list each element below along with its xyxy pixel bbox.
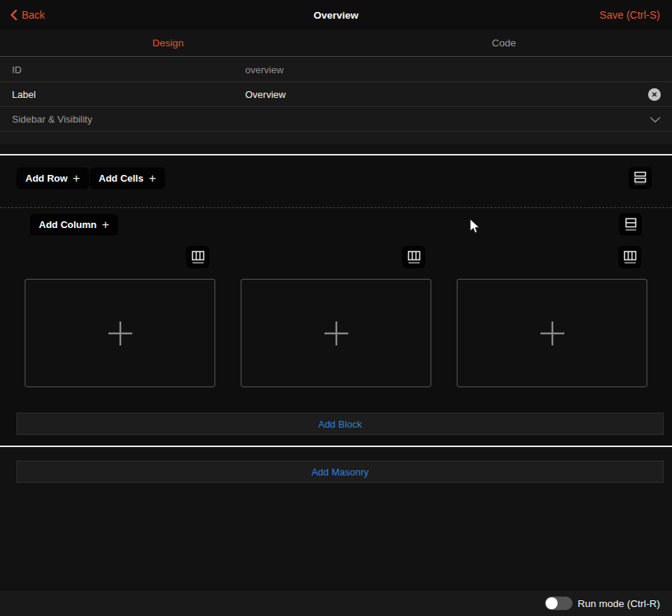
add-cells-label: Add Cells <box>99 173 144 184</box>
sidebar-visibility-label: Sidebar & Visibility <box>12 114 92 125</box>
add-row-label: Add Row <box>25 173 67 184</box>
id-field-label: ID <box>12 64 22 76</box>
section-sidebar-visibility[interactable]: Sidebar & Visibility <box>0 107 672 132</box>
column-settings-button-3[interactable] <box>618 246 641 268</box>
add-block-button[interactable]: Add Block <box>16 413 664 435</box>
widget-placeholder-3[interactable] <box>457 279 647 387</box>
stacked-rows-icon <box>633 171 647 185</box>
split-row-icon <box>623 218 638 232</box>
plus-icon: + <box>149 172 156 185</box>
plus-icon <box>324 321 349 346</box>
widget-placeholder-2[interactable] <box>241 279 431 387</box>
row-layout-button[interactable] <box>629 167 652 189</box>
widget-placeholder-1[interactable] <box>25 279 215 387</box>
page-properties-form: ID overview Label Overview ✕ Sidebar & V… <box>0 58 672 144</box>
save-button[interactable]: Save (Ctrl-S) <box>599 0 660 30</box>
add-row-button[interactable]: Add Row + <box>16 167 89 189</box>
run-mode-label: Run mode (Ctrl-R) <box>578 590 660 616</box>
add-cells-button[interactable]: Add Cells + <box>90 167 165 189</box>
row-toolbar: Add Row + Add Cells + <box>0 155 672 208</box>
chevron-down-icon <box>650 117 661 123</box>
add-column-label: Add Column <box>39 219 96 230</box>
add-masonry-label: Add Masonry <box>312 466 369 478</box>
dashboard-page-editor: Back Overview Save (Ctrl-S) Design Code … <box>0 0 672 616</box>
column-settings-button-2[interactable] <box>402 246 425 268</box>
page-title: Overview <box>0 0 672 30</box>
column-canvas: Add Column + <box>0 209 672 446</box>
add-column-button[interactable]: Add Column + <box>30 214 118 235</box>
id-field-value[interactable]: overview <box>245 64 283 76</box>
three-columns-icon <box>623 250 638 265</box>
column-settings-button-1[interactable] <box>186 246 209 268</box>
run-mode-toggle[interactable] <box>545 597 573 610</box>
toggle-knob <box>546 597 558 609</box>
plus-icon: + <box>73 172 80 185</box>
add-block-label: Add Block <box>318 419 363 430</box>
section-divider <box>0 446 672 447</box>
three-columns-icon <box>191 250 206 265</box>
plus-icon: + <box>102 218 109 231</box>
row-settings-button[interactable] <box>619 213 642 235</box>
clear-field-icon[interactable]: ✕ <box>648 88 661 101</box>
plus-icon <box>108 321 133 346</box>
three-columns-icon <box>407 250 422 265</box>
add-masonry-button[interactable]: Add Masonry <box>16 461 664 483</box>
field-row-label: Label Overview ✕ <box>0 82 672 107</box>
tab-code[interactable]: Code <box>336 30 672 56</box>
tab-design[interactable]: Design <box>0 30 336 56</box>
tab-bar: Design Code <box>0 30 672 57</box>
bottom-bar: Run mode (Ctrl-R) <box>0 589 672 616</box>
field-row-id: ID overview <box>0 58 672 82</box>
label-field-label: Label <box>12 89 36 100</box>
plus-icon <box>540 321 565 346</box>
label-field-value[interactable]: Overview <box>245 89 286 100</box>
top-bar: Back Overview Save (Ctrl-S) <box>0 0 672 30</box>
